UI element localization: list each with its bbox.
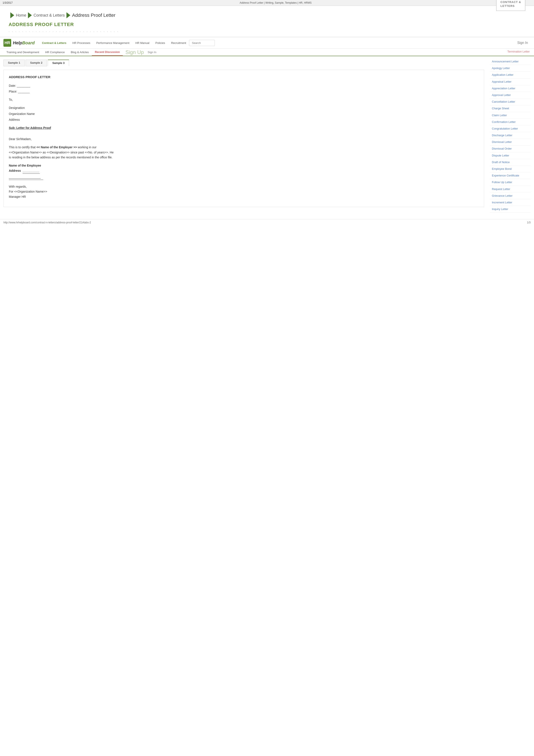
nav-links-top: Contract & Letters HR Processes Performa… (39, 39, 515, 47)
sidebar-item-followup[interactable]: Follow Up Letter (490, 179, 531, 186)
letter-body1: This is to certify that << Name of the E… (9, 145, 479, 160)
sidebar-item-grievance[interactable]: Grievance Letter (490, 193, 531, 199)
nav-signup[interactable]: Sign Up (125, 49, 144, 55)
nav-link-recruitment[interactable]: Recruitment (168, 39, 189, 47)
nav-bar-primary: HR HelpBoard Contract & Letters HR Proce… (0, 37, 534, 49)
letter-subject: Sub: Letter for Address Proof (9, 125, 51, 131)
nav-bar-secondary: Training and Development HR Compliance B… (0, 49, 534, 56)
logo-area[interactable]: HR HelpBoard (3, 37, 35, 48)
sidebar-item-increment[interactable]: Increment Letter (490, 199, 531, 206)
tabs: Sample 1 Sample 2 Sample 3 (3, 60, 484, 66)
main-content: Sample 1 Sample 2 Sample 3 ADDRESS PROOF… (3, 56, 488, 215)
letter-name-label: Name of the Employee (9, 163, 479, 168)
letter-long-underline: ___________________ (9, 175, 43, 180)
sidebar-item-congratulation[interactable]: Congratulation Letter (490, 125, 531, 132)
tab-sample1[interactable]: Sample 1 (3, 60, 25, 66)
breadcrumb-contracts[interactable]: Contract & Letters (34, 13, 65, 18)
breadcrumb-separator-1 (28, 12, 32, 18)
sidebar-item-dismissal-order[interactable]: Dismissal Order (490, 146, 531, 152)
breadcrumb-home[interactable]: Home (9, 12, 26, 18)
letter-closing1: With regards, (9, 184, 479, 189)
sidebar-item-discharge[interactable]: Discharge Letter (490, 132, 531, 139)
nav-2-links: Training and Development HR Compliance B… (3, 49, 156, 56)
letter-address-header: Address (9, 117, 479, 122)
tab-sample3[interactable]: Sample 3 (48, 60, 69, 66)
letter-closing2: For <<Organization Name>> (9, 189, 479, 194)
letter-date-label: Date: (9, 84, 16, 87)
sidebar-item-approval[interactable]: Approval Letter (490, 92, 531, 98)
nav-link-hr-processes[interactable]: HR Processes (69, 39, 93, 47)
hero-section: CONTRACT & LETTERS Home Contract & Lette… (0, 6, 534, 37)
letter-to: To, (9, 97, 479, 102)
sidebar-item-appreciation[interactable]: Appreciation Letter (490, 85, 531, 92)
browser-title: Address Proof Letter | Writing, Sample, … (20, 1, 531, 4)
nav-auth: Sign In (515, 39, 531, 46)
page-title: ADDRESS PROOF LETTER (9, 22, 525, 27)
sidebar-item-charge-sheet[interactable]: Charge Sheet (490, 105, 531, 112)
nav-2-blog[interactable]: Blog & Articles (68, 49, 92, 56)
footer-url: http://www.hrhelpboard.com/contract-n-le… (3, 221, 91, 224)
page-subtitle: . . . . . . . . . . . . . . . . . . . . … (9, 29, 525, 33)
logo-text: HelpBoard (13, 40, 35, 45)
sidebar-item-experience[interactable]: Experience Certificate (490, 173, 531, 179)
tab-sample2[interactable]: Sample 2 (26, 60, 47, 66)
sidebar-item-employee-bond[interactable]: Employee Bond (490, 166, 531, 173)
letter-title: ADDRESS PROOF LETTER (9, 74, 479, 80)
sidebar-item-claim[interactable]: Claim Letter (490, 112, 531, 119)
letter-body1-bold: << Name of the Employer >> (36, 146, 77, 149)
nav-2-training[interactable]: Training and Development (3, 49, 42, 56)
letter-place-value: _______ (18, 90, 30, 93)
letter-body2: <<Organization Name>> as <<Designation>>… (9, 150, 479, 155)
letter-date-value: ________ (17, 84, 30, 87)
letter-subject-line: Sub: Letter for Address Proof (9, 125, 479, 134)
sidebar-item-announcement[interactable]: Announcement Letter (490, 58, 531, 65)
sidebar-item-draft[interactable]: Draft of Notice (490, 159, 531, 166)
letter-body1-pre: This is to certify that (9, 146, 36, 149)
browser-bar: 1/3/2017 Address Proof Letter | Writing,… (0, 0, 534, 6)
letter-date-line: Date: ________ (9, 83, 479, 89)
nav-link-policies[interactable]: Policies (152, 39, 168, 47)
letter-body1-post: working in our (77, 146, 96, 149)
breadcrumb-separator-2 (66, 12, 70, 18)
search-input[interactable] (189, 40, 215, 46)
sidebar-item-inquiry[interactable]: Inquiry Letter (490, 206, 531, 213)
letter-place-line: Place: _______ (9, 89, 479, 94)
nav-link-performance[interactable]: Performance Management (93, 39, 133, 47)
sidebar-item-confirmation[interactable]: Confirmation Letter (490, 119, 531, 125)
sidebar: Announcement Letter Apology Letter Appli… (488, 56, 531, 215)
letter-org-name: Organization Name (9, 112, 479, 117)
sidebar-item-dismissal[interactable]: Dismissal Letter (490, 139, 531, 146)
letter-address-field: __________ (23, 168, 40, 174)
breadcrumb: Home Contract & Letters Address Proof Le… (9, 12, 525, 18)
breadcrumb-arrow-home (10, 12, 14, 18)
sidebar-item-apology[interactable]: Apology Letter (490, 65, 531, 72)
sidebar-item-cancellation[interactable]: Cancellation Letter (490, 98, 531, 105)
nav-link-contracts[interactable]: Contract & Letters (39, 39, 69, 47)
nav-signin[interactable]: Sign In (517, 41, 528, 45)
letter-designation: Designation (9, 105, 479, 111)
browser-date: 1/3/2017 (3, 1, 20, 4)
nav-signin-2[interactable]: Sign In (148, 51, 156, 54)
sidebar-item-application[interactable]: Application Letter (490, 72, 531, 78)
breadcrumb-current: Address Proof Letter (72, 13, 115, 18)
nav-2-compliance[interactable]: HR Compliance (42, 49, 68, 56)
sidebar-item-dispute[interactable]: Dispute Letter (490, 152, 531, 159)
letter-closing3: Manager HR (9, 194, 479, 200)
letter-place-label: Place: (9, 90, 17, 93)
content-area: Sample 1 Sample 2 Sample 3 ADDRESS PROOF… (0, 56, 534, 215)
letter-closing: With regards, For <<Organization Name>> … (9, 184, 479, 200)
letter-salutation: Dear Sir/Madam, (9, 137, 479, 142)
logo-icon: HR (3, 39, 11, 47)
footer-bar: http://www.hrhelpboard.com/contract-n-le… (0, 219, 534, 226)
footer-page: 1/3 (527, 221, 531, 224)
letter-employee-section: Name of the Employee Address __________ … (9, 163, 479, 180)
letter-body3: is residing in the below address as per … (9, 155, 479, 160)
letter-address-label: Address __________ (9, 168, 479, 174)
contract-box-line2: LETTERS (500, 4, 521, 8)
sidebar-item-appraisal[interactable]: Appraisal Letter (490, 79, 531, 85)
nav-2-discussion[interactable]: Recent Discussion (92, 49, 123, 56)
nav-termination-link[interactable]: Termination Letter (507, 50, 530, 53)
letter-box: ADDRESS PROOF LETTER Date: ________ Plac… (3, 70, 484, 207)
nav-link-hr-manual[interactable]: HR Manual (133, 39, 152, 47)
sidebar-item-request[interactable]: Request Letter (490, 186, 531, 193)
